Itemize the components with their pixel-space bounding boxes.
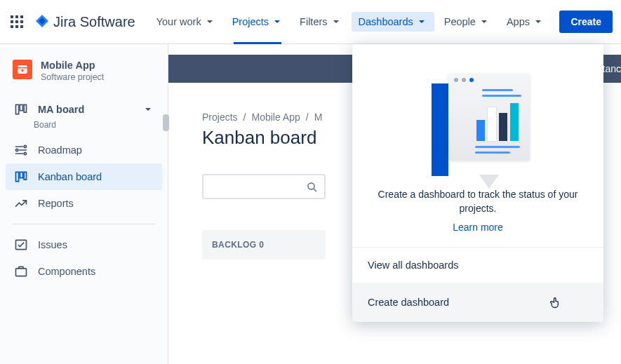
learn-more-link[interactable]: Learn more [372,222,584,233]
svg-rect-11 [20,105,22,110]
nav-projects[interactable]: Projects [225,2,290,41]
board-icon [14,102,28,116]
svg-point-24 [308,183,314,189]
svg-rect-4 [15,20,18,23]
sidebar-item-issues[interactable]: Issues [6,231,162,258]
reports-icon [14,196,28,210]
sidebar-item-kanban[interactable]: Kanban board [6,163,162,190]
project-name: Mobile App [41,60,104,71]
jira-logo[interactable]: Jira Software [34,13,135,30]
svg-rect-10 [16,105,19,114]
svg-point-9 [21,69,23,72]
chevron-down-icon [416,16,427,27]
components-icon [14,264,28,278]
board-label: MA board [38,104,84,115]
sidebar-item-components[interactable]: Components [6,258,162,285]
svg-point-16 [16,149,18,151]
svg-rect-1 [15,15,18,18]
sidebar-item-label: Issues [38,239,67,250]
svg-point-14 [24,145,26,147]
project-icon [13,60,32,79]
nav-your-work[interactable]: Your work [149,2,222,41]
svg-rect-20 [20,172,22,177]
svg-rect-5 [20,20,23,23]
sidebar-separator [13,224,155,224]
cursor-pointer-icon [549,295,563,310]
sidebar-item-roadmap[interactable]: Roadmap [6,137,162,163]
svg-rect-23 [16,269,27,276]
svg-rect-7 [15,25,18,28]
breadcrumb-item[interactable]: M [314,112,323,123]
sidebar-item-label: Components [38,266,95,277]
sidebar-item-label: Kanban board [38,171,102,182]
chevron-down-icon [204,16,215,27]
roadmap-icon [14,143,28,157]
project-type: Software project [41,72,104,82]
svg-rect-21 [24,172,26,180]
breadcrumb-item[interactable]: Projects [202,112,238,123]
board-icon [14,170,28,184]
svg-rect-6 [11,25,13,28]
search-icon [306,181,319,194]
svg-rect-19 [16,172,19,181]
svg-rect-2 [20,15,23,18]
svg-line-25 [314,189,316,191]
sidebar-item-label: Reports [38,198,74,209]
menu-create-dashboard[interactable]: Create dashboard [352,283,603,322]
issues-icon [14,238,28,252]
sidebar-board-switcher[interactable]: MA board [6,96,162,123]
sidebar: Mobile App Software project MA board Boa… [0,44,168,364]
column-header-backlog: BACKLOG 0 [202,230,326,259]
dashboards-dropdown: Create a dashboard to track the status o… [352,44,603,322]
svg-rect-8 [20,25,23,28]
search-input[interactable] [202,174,326,199]
chevron-down-icon [533,16,544,27]
chevron-down-icon [142,104,154,115]
app-switcher-icon[interactable] [8,13,25,30]
svg-point-18 [24,152,26,154]
nav-dashboards[interactable]: Dashboards [352,12,434,32]
nav-apps[interactable]: Apps [500,2,551,41]
chevron-down-icon [272,16,283,27]
chevron-down-icon [330,16,342,27]
create-button[interactable]: Create [559,11,613,33]
top-nav: Jira Software Your work Projects Filters… [0,0,621,44]
svg-rect-12 [24,105,26,112]
chevron-down-icon [479,16,490,27]
svg-rect-3 [11,20,13,23]
logo-text: Jira Software [53,14,135,30]
menu-view-all-dashboards[interactable]: View all dashboards [352,248,603,283]
sidebar-item-reports[interactable]: Reports [6,190,162,217]
dropdown-message: Create a dashboard to track the status o… [372,187,584,216]
breadcrumb-item[interactable]: Mobile App [251,112,300,123]
banner-right-text: tanc [603,55,621,83]
sidebar-item-label: Roadmap [38,144,82,156]
svg-rect-0 [11,15,13,18]
board-sublabel: Board [34,120,162,130]
project-header: Mobile App Software project [0,60,168,96]
nav-people[interactable]: People [437,2,497,41]
nav-filters[interactable]: Filters [293,2,348,41]
dashboard-illustration [422,64,534,176]
